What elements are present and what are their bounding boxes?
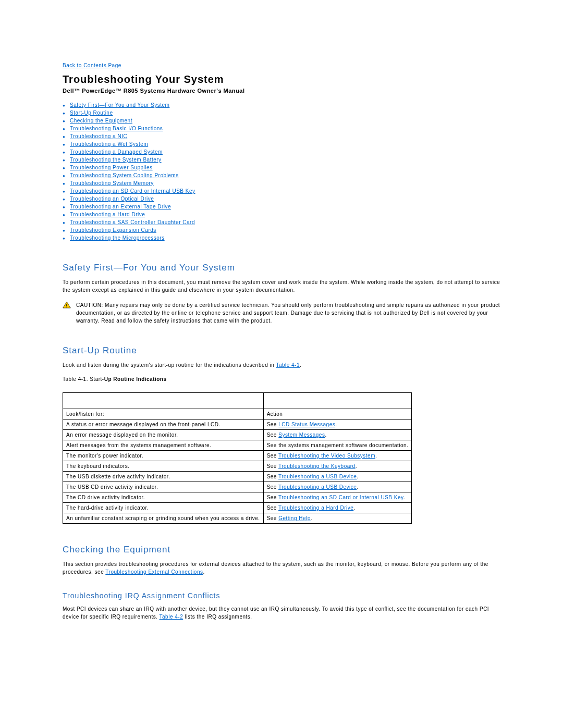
action-link[interactable]: Troubleshooting a USB Device xyxy=(278,484,357,490)
page-title: Troubleshooting Your System xyxy=(63,73,500,85)
toc-link[interactable]: Troubleshooting the System Battery xyxy=(70,157,162,163)
toc-link[interactable]: Troubleshooting System Cooling Problems xyxy=(70,172,179,178)
toc-link[interactable]: Troubleshooting a Wet System xyxy=(70,141,148,147)
checking-heading: Checking the Equipment xyxy=(63,545,500,555)
checking-paragraph: This section provides troubleshooting pr… xyxy=(63,560,500,576)
action-link[interactable]: LCD Status Messages xyxy=(278,422,335,427)
col-header-action: Action xyxy=(263,409,412,419)
table-row: An error message displayed on the monito… xyxy=(63,430,412,440)
table-row: The hard-drive activity indicator. See T… xyxy=(63,503,412,513)
safety-paragraph: To perform certain procedures in this do… xyxy=(63,278,500,294)
action-link[interactable]: Troubleshooting the Video Subsystem xyxy=(278,453,375,459)
toc-link[interactable]: Troubleshooting a Damaged System xyxy=(70,149,163,155)
startup-paragraph: Look and listen during the system's star… xyxy=(63,361,500,369)
action-link[interactable]: System Messages xyxy=(278,432,325,438)
toc-link[interactable]: Troubleshooting a SAS Controller Daughte… xyxy=(70,219,195,225)
table-row: An unfamiliar constant scraping or grind… xyxy=(63,513,412,524)
table-row: The monitor's power indicator. See Troub… xyxy=(63,451,412,461)
table-4-2-link[interactable]: Table 4-2 xyxy=(160,614,183,620)
caution-icon xyxy=(63,301,73,310)
toc-link[interactable]: Troubleshooting Basic I/O Functions xyxy=(70,126,163,131)
toc-link[interactable]: Troubleshooting an SD Card or Internal U… xyxy=(70,188,195,194)
toc-link[interactable]: Troubleshooting Expansion Cards xyxy=(70,227,156,233)
table-row: The USB CD drive activity indicator. See… xyxy=(63,482,412,492)
toc-link[interactable]: Checking the Equipment xyxy=(70,118,132,124)
toc-link[interactable]: Troubleshooting the Microprocessors xyxy=(70,235,165,241)
table-of-contents: Safety First—For You and Your System Sta… xyxy=(63,101,500,242)
svg-rect-2 xyxy=(66,306,67,307)
back-to-contents-link[interactable]: Back to Contents Page xyxy=(63,63,121,68)
action-link[interactable]: Troubleshooting a Hard Drive xyxy=(278,505,353,511)
toc-link[interactable]: Troubleshooting System Memory xyxy=(70,180,154,186)
action-link[interactable]: Troubleshooting an SD Card or Internal U… xyxy=(278,495,403,500)
irq-paragraph: Most PCI devices can share an IRQ with a… xyxy=(63,605,500,621)
startup-heading: Start-Up Routine xyxy=(63,346,500,356)
toc-link[interactable]: Start-Up Routine xyxy=(70,110,113,116)
table-row: Alert messages from the systems manageme… xyxy=(63,440,412,451)
toc-link[interactable]: Troubleshooting an External Tape Drive xyxy=(70,204,171,209)
table-4-1-link[interactable]: Table 4-1 xyxy=(276,362,300,368)
toc-link[interactable]: Troubleshooting an Optical Drive xyxy=(70,196,154,202)
toc-link[interactable]: Troubleshooting Power Supplies xyxy=(70,165,153,170)
action-link[interactable]: Getting Help xyxy=(278,515,311,521)
toc-link[interactable]: Safety First—For You and Your System xyxy=(70,102,169,108)
caution-box: CAUTION: Many repairs may only be done b… xyxy=(63,301,500,325)
table-row: A status or error message displayed on t… xyxy=(63,419,412,430)
safety-heading: Safety First—For You and Your System xyxy=(63,263,500,273)
action-link[interactable]: Troubleshooting a USB Device xyxy=(278,474,357,479)
col-header-look: Look/listen for: xyxy=(63,409,264,419)
startup-routine-table: Look/listen for: Action A status or erro… xyxy=(63,392,412,524)
caution-text: CAUTION: Many repairs may only be done b… xyxy=(76,301,500,325)
action-link[interactable]: Troubleshooting the Keyboard xyxy=(278,463,356,469)
table-caption: Table 4-1. Start-Up Routine Indications xyxy=(63,376,500,382)
caution-label: CAUTION: xyxy=(76,302,103,308)
table-row: The keyboard indicators. See Troubleshoo… xyxy=(63,461,412,472)
toc-link[interactable]: Troubleshooting a Hard Drive xyxy=(70,212,145,217)
table-row: The USB diskette drive activity indicato… xyxy=(63,472,412,482)
toc-link[interactable]: Troubleshooting a NIC xyxy=(70,133,127,139)
caution-body: Many repairs may only be done by a certi… xyxy=(76,302,500,324)
svg-rect-1 xyxy=(66,304,67,306)
table-row: The CD drive activity indicator. See Tro… xyxy=(63,492,412,503)
external-connections-link[interactable]: Troubleshooting External Connections xyxy=(105,569,203,575)
irq-heading: Troubleshooting IRQ Assignment Conflicts xyxy=(63,591,500,600)
manual-subtitle: Dell™ PowerEdge™ R805 Systems Hardware O… xyxy=(63,88,500,94)
